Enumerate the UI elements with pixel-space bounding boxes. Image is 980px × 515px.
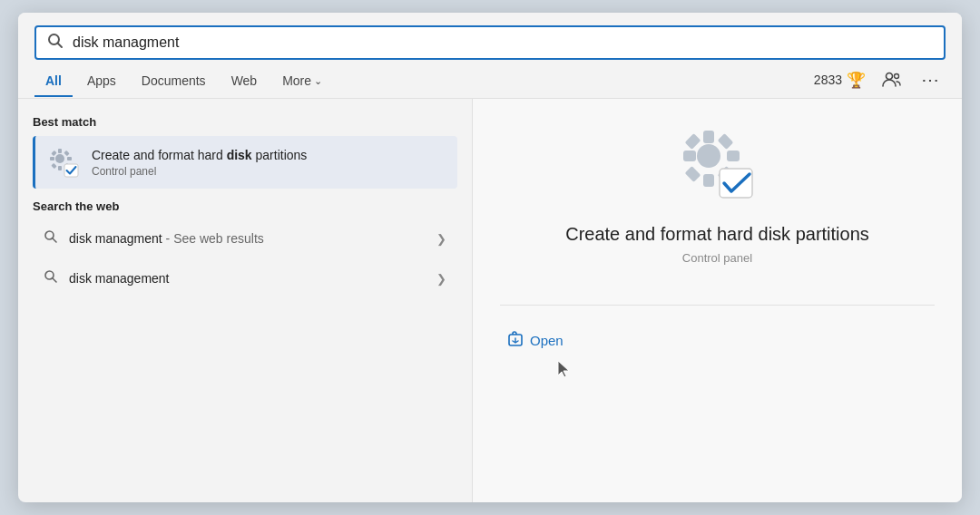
web-search-section: Search the web disk managment - See web … <box>33 199 457 296</box>
tab-documents[interactable]: Documents <box>131 68 217 97</box>
search-icon-small-0 <box>44 229 58 248</box>
tabs-row: All Apps Documents Web More ⌄ 2833 🏆 ⋯ <box>18 60 962 99</box>
svg-rect-5 <box>58 149 62 153</box>
detail-title: Create and format hard disk partitions <box>565 222 869 246</box>
best-match-title: Best match <box>33 115 457 129</box>
chevron-down-icon: ⌄ <box>314 75 322 87</box>
tab-more[interactable]: More ⌄ <box>271 68 333 97</box>
svg-rect-22 <box>727 151 740 161</box>
svg-rect-7 <box>50 157 54 160</box>
search-panel: All Apps Documents Web More ⌄ 2833 🏆 ⋯ <box>18 13 962 502</box>
svg-rect-24 <box>717 133 733 150</box>
svg-rect-11 <box>51 163 56 169</box>
svg-rect-19 <box>703 131 714 143</box>
web-item-text-1: disk management <box>69 271 426 286</box>
svg-rect-9 <box>51 151 56 156</box>
main-content: Best match <box>18 99 962 502</box>
left-panel: Best match <box>18 99 472 502</box>
best-match-item-subtitle: Control panel <box>92 165 446 178</box>
right-panel: Create and format hard disk partitions C… <box>472 99 962 502</box>
detail-icon <box>677 124 759 206</box>
search-bar-row <box>18 13 962 60</box>
best-match-item-title: Create and format hard disk partitions <box>92 147 446 163</box>
cursor-indicator <box>554 359 573 384</box>
svg-rect-10 <box>64 151 69 156</box>
tab-apps[interactable]: Apps <box>76 68 127 97</box>
chevron-right-icon-1: ❯ <box>436 272 446 286</box>
web-search-title: Search the web <box>33 199 457 213</box>
svg-line-17 <box>53 278 56 282</box>
svg-point-4 <box>55 154 64 163</box>
best-match-text: Create and format hard disk partitions C… <box>92 147 446 178</box>
toolbar-right: 2833 🏆 ⋯ <box>814 67 946 98</box>
svg-rect-21 <box>683 151 696 161</box>
svg-rect-20 <box>703 174 714 187</box>
svg-line-15 <box>53 238 56 242</box>
score-badge: 2833 🏆 <box>814 71 866 90</box>
svg-line-1 <box>58 44 63 48</box>
svg-point-2 <box>887 73 893 80</box>
svg-point-3 <box>895 74 899 79</box>
svg-point-18 <box>697 144 720 168</box>
people-button[interactable] <box>877 68 906 92</box>
svg-rect-6 <box>58 166 62 170</box>
tab-all[interactable]: All <box>34 68 73 97</box>
svg-rect-25 <box>684 166 701 182</box>
web-item-text-0: disk managment - See web results <box>69 231 426 246</box>
search-icon-small-1 <box>44 269 58 287</box>
trophy-icon: 🏆 <box>847 71 866 90</box>
score-value: 2833 <box>814 73 842 87</box>
detail-divider <box>500 305 935 306</box>
web-search-item-0[interactable]: disk managment - See web results ❯ <box>33 220 457 257</box>
best-match-item[interactable]: Create and format hard disk partitions C… <box>33 136 457 189</box>
open-button[interactable]: Open <box>500 327 571 354</box>
search-input-wrapper <box>34 25 946 60</box>
search-input[interactable] <box>73 34 933 51</box>
open-icon <box>507 331 524 350</box>
open-label: Open <box>530 333 564 348</box>
more-options-button[interactable]: ⋯ <box>916 67 946 92</box>
detail-subtitle: Control panel <box>682 251 752 265</box>
svg-rect-23 <box>684 133 701 150</box>
search-icon <box>47 33 64 53</box>
tab-web[interactable]: Web <box>220 68 269 97</box>
detail-actions: Open <box>500 327 935 354</box>
svg-rect-8 <box>67 157 72 160</box>
web-search-item-1[interactable]: disk management ❯ <box>33 260 457 296</box>
chevron-right-icon-0: ❯ <box>436 232 446 246</box>
disk-mgmt-icon <box>46 145 81 180</box>
